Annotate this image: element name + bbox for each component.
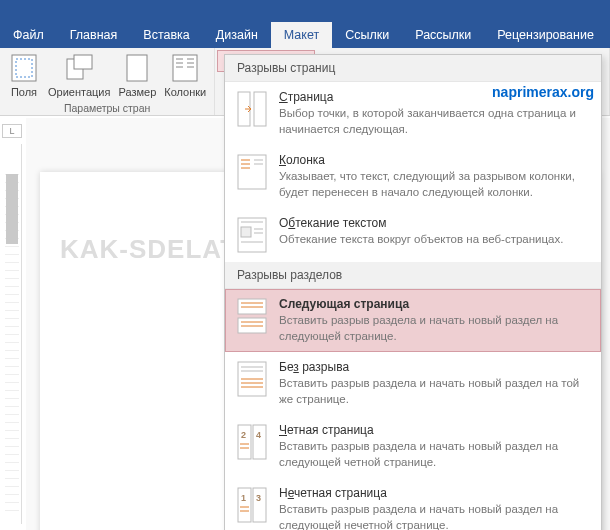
break-column-icon <box>235 153 269 191</box>
size-icon <box>121 52 153 84</box>
breaks-dropdown: Разрывы страниц Страница Выбор точки, в … <box>224 54 602 530</box>
break-wrap-desc: Обтекание текста вокруг объектов на веб-… <box>279 232 591 248</box>
tab-mailings[interactable]: Рассылки <box>402 22 484 48</box>
break-odd-page-item[interactable]: 13 Нечетная страница Вставить разрыв раз… <box>225 478 601 530</box>
svg-text:3: 3 <box>256 493 261 503</box>
tab-file[interactable]: Файл <box>0 22 57 48</box>
break-wrap-item[interactable]: Обтекание текстом Обтекание текста вокру… <box>225 208 601 262</box>
break-continuous-desc: Вставить разрыв раздела и начать новый р… <box>279 376 591 407</box>
page-setup-group-label: Параметры стран <box>4 100 210 116</box>
watermark-link[interactable]: naprimerax.org <box>492 84 594 100</box>
break-even-page-item[interactable]: 24 Четная страница Вставить разрыв разде… <box>225 415 601 478</box>
window-titlebar <box>0 0 610 22</box>
orientation-button[interactable]: Ориентация <box>44 50 114 100</box>
break-column-desc: Указывает, что текст, следующий за разры… <box>279 169 591 200</box>
columns-button[interactable]: Колонки <box>160 50 210 100</box>
tab-insert[interactable]: Вставка <box>130 22 202 48</box>
break-continuous-item[interactable]: Без разрыва Вставить разрыв раздела и на… <box>225 352 601 415</box>
break-even-page-icon: 24 <box>235 423 269 461</box>
break-even-page-title: Четная страница <box>279 423 591 437</box>
svg-rect-23 <box>241 227 251 237</box>
break-odd-page-icon: 13 <box>235 486 269 524</box>
margins-label: Поля <box>11 86 37 98</box>
break-even-page-desc: Вставить разрыв раздела и начать новый р… <box>279 439 591 470</box>
svg-text:1: 1 <box>241 493 246 503</box>
break-next-page-icon <box>235 297 269 335</box>
break-odd-page-desc: Вставить разрыв раздела и начать новый р… <box>279 502 591 530</box>
section-page-breaks: Разрывы страниц <box>225 55 601 82</box>
tab-home[interactable]: Главная <box>57 22 131 48</box>
orientation-label: Ориентация <box>48 86 110 98</box>
break-column-title: Колонка <box>279 153 591 167</box>
section-section-breaks: Разрывы разделов <box>225 262 601 289</box>
size-label: Размер <box>118 86 156 98</box>
svg-rect-15 <box>254 92 266 126</box>
break-wrap-title: Обтекание текстом <box>279 216 591 230</box>
break-next-page-title: Следующая страница <box>279 297 591 311</box>
columns-icon <box>169 52 201 84</box>
ribbon-group-page-setup: Поля Ориентация Размер Колонки <box>0 48 215 115</box>
tab-design[interactable]: Дизайн <box>203 22 271 48</box>
svg-rect-3 <box>74 55 92 69</box>
break-odd-page-title: Нечетная страница <box>279 486 591 500</box>
break-wrap-icon <box>235 216 269 254</box>
break-continuous-icon <box>235 360 269 398</box>
tab-review[interactable]: Рецензирование <box>484 22 607 48</box>
break-column-item[interactable]: Колонка Указывает, что текст, следующий … <box>225 145 601 208</box>
ruler-corner[interactable]: L <box>2 124 22 138</box>
margins-icon <box>8 52 40 84</box>
svg-rect-4 <box>127 55 147 81</box>
ribbon-tabs: Файл Главная Вставка Дизайн Макет Ссылки… <box>0 22 610 48</box>
tab-layout[interactable]: Макет <box>271 22 332 48</box>
break-page-desc: Выбор точки, в которой заканчивается одн… <box>279 106 591 137</box>
margins-button[interactable]: Поля <box>4 50 44 100</box>
orientation-icon <box>63 52 95 84</box>
tab-references[interactable]: Ссылки <box>332 22 402 48</box>
break-next-page-item[interactable]: Следующая страница Вставить разрыв разде… <box>225 289 601 352</box>
break-continuous-title: Без разрыва <box>279 360 591 374</box>
break-page-icon <box>235 90 269 128</box>
svg-text:2: 2 <box>241 430 246 440</box>
svg-text:4: 4 <box>256 430 261 440</box>
size-button[interactable]: Размер <box>114 50 160 100</box>
break-next-page-desc: Вставить разрыв раздела и начать новый р… <box>279 313 591 344</box>
vertical-ruler[interactable] <box>2 144 22 524</box>
columns-label: Колонки <box>164 86 206 98</box>
